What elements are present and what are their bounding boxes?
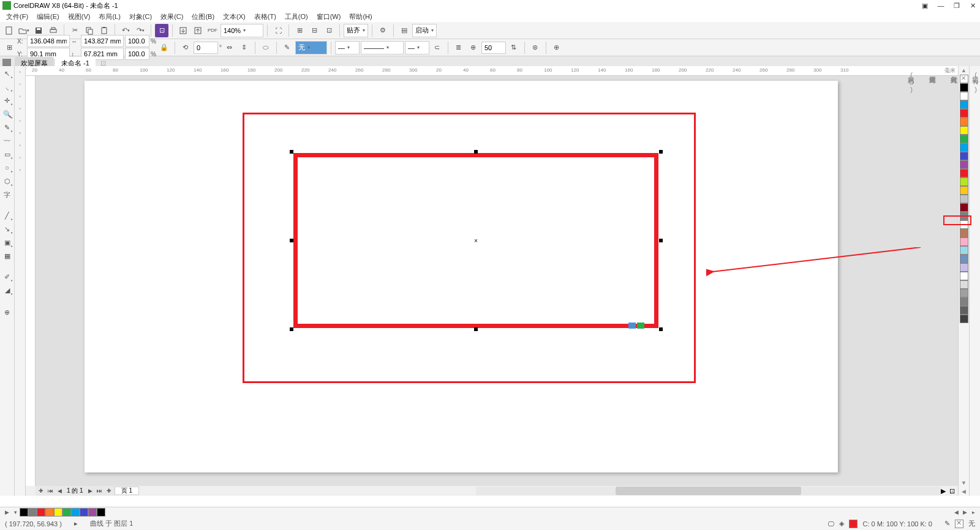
menu-tools[interactable]: 工具(O) (281, 12, 312, 21)
launch-dropdown[interactable]: 启动▾ (412, 24, 437, 37)
artistic-media-tool[interactable]: 〰 (1, 135, 13, 147)
connector-tool[interactable]: ↘▸ (1, 223, 13, 235)
horizontal-ruler[interactable]: 毫米 2040608010012014016018020022024026028… (26, 66, 958, 76)
selection-handle-ml[interactable] (290, 239, 293, 242)
transparency-tool[interactable]: ▦ (1, 250, 13, 262)
color-swatch[interactable] (960, 100, 968, 109)
overprint-button[interactable]: ⊛ (529, 41, 542, 54)
selection-handle-bc[interactable] (474, 327, 478, 331)
color-swatch[interactable] (960, 289, 968, 297)
palette-scroll-up[interactable]: ▲ (960, 66, 968, 75)
wrap-offset-icon[interactable]: ⊕ (467, 41, 480, 54)
wrap-stepper[interactable]: ⇅ (507, 41, 521, 54)
x-position-input[interactable] (27, 35, 70, 47)
start-arrow-dropdown[interactable]: —▾ (335, 41, 360, 54)
page-next-button[interactable]: ▶ (86, 487, 95, 495)
doc-palette-swatch[interactable] (37, 508, 45, 517)
doc-palette-left[interactable]: ▶ (2, 508, 11, 517)
grid-button[interactable]: ⊟ (307, 24, 321, 37)
search-icon[interactable]: ⊡ (155, 24, 168, 37)
line-style-dropdown[interactable]: ———▾ (361, 41, 404, 54)
presets-button[interactable]: ⊞ (2, 41, 16, 54)
rotate-icon[interactable]: ⟲ (179, 41, 192, 54)
menu-bitmap[interactable]: 位图(B) (188, 12, 218, 21)
selection-handle-br[interactable] (659, 327, 663, 331)
page-last-button[interactable]: ⏭ (96, 487, 104, 495)
menu-help[interactable]: 帮助(H) (345, 12, 375, 21)
flyout-8[interactable]: ◦ (16, 153, 24, 162)
color-swatch[interactable] (960, 315, 968, 323)
color-swatch[interactable] (960, 306, 968, 315)
doc-palette-scroll-right[interactable]: ▶ (960, 508, 969, 517)
flyout-7[interactable]: ◦ (16, 141, 24, 149)
export-button[interactable] (191, 24, 205, 37)
flyout-6[interactable]: ◦ (16, 129, 24, 137)
menu-effects[interactable]: 效果(C) (157, 12, 187, 21)
freehand-tool[interactable]: ✎▸ (1, 121, 13, 133)
drop-shadow-tool[interactable]: ▣▸ (1, 236, 13, 248)
doc-palette-menu[interactable]: ▾ (11, 508, 20, 517)
color-swatch[interactable] (960, 177, 968, 186)
rulers-button[interactable]: ⊞ (293, 24, 306, 37)
selection-handle-tc[interactable] (474, 150, 478, 154)
outline-indicator-icon[interactable] (637, 323, 644, 329)
page-prev-button[interactable]: ◀ (55, 487, 64, 495)
angle-input[interactable] (194, 42, 218, 54)
toolbox-expand-button[interactable]: ⊕ (1, 306, 13, 318)
rectangle-tool[interactable]: ▭▸ (1, 148, 13, 160)
color-swatch[interactable] (960, 280, 968, 289)
end-arrow-dropdown[interactable]: —▾ (405, 41, 429, 54)
fill-indicator-icon[interactable] (628, 323, 636, 329)
menu-edit[interactable]: 编辑(E) (33, 12, 63, 21)
color-swatch[interactable] (960, 203, 968, 212)
selection-handle-tr[interactable] (659, 150, 663, 154)
color-swatch[interactable] (960, 237, 968, 246)
scrollbar-thumb[interactable] (616, 487, 802, 495)
canvas[interactable]: × (36, 76, 958, 486)
scale-x-input[interactable] (125, 35, 149, 47)
menu-layout[interactable]: 布局(L) (95, 12, 124, 21)
page-add-after-button[interactable]: ✚ (105, 487, 113, 495)
horizontal-scrollbar[interactable] (476, 487, 941, 495)
color-swatch[interactable] (960, 109, 968, 118)
doc-palette-swatch[interactable] (88, 508, 97, 517)
width-input[interactable] (81, 35, 124, 47)
snap-dropdown[interactable]: 贴齐▾ (344, 24, 368, 37)
new-button[interactable] (2, 24, 16, 37)
pick-tool[interactable]: ↖▸ (1, 67, 13, 80)
scale-y-input[interactable] (125, 48, 149, 60)
polygon-tool[interactable]: ⬡▸ (1, 175, 13, 187)
menu-file[interactable]: 文件(F) (2, 12, 32, 21)
color-swatch[interactable] (960, 143, 968, 152)
color-swatch[interactable] (960, 246, 968, 255)
doc-palette-swatch[interactable] (80, 508, 88, 517)
import-button[interactable] (176, 24, 190, 37)
palette-scroll-down[interactable]: ▼ (960, 479, 968, 487)
selection-handle-mr[interactable] (659, 239, 663, 242)
color-swatch[interactable] (960, 135, 968, 143)
color-swatch[interactable] (960, 160, 968, 169)
color-swatch[interactable] (960, 186, 968, 195)
docker-object-props[interactable]: 对象属性 (928, 71, 937, 496)
mirror-h-button[interactable]: ⇔ (223, 41, 236, 54)
flyout-9[interactable]: ◦ (16, 165, 24, 174)
ellipse-tool[interactable]: ○▸ (1, 162, 13, 174)
doc-palette-swatch[interactable] (71, 508, 80, 517)
status-proof-icon[interactable]: 🖵 (827, 520, 834, 528)
scroll-right-button[interactable]: ▶ (941, 487, 949, 495)
window-restore-icon[interactable]: ❐ (952, 1, 962, 10)
doc-palette-swatch[interactable] (62, 508, 71, 517)
docker-object-styles[interactable]: 对象样式 (949, 71, 959, 496)
outline-pen-icon[interactable]: ✎ (281, 41, 294, 54)
menu-object[interactable]: 对象(C) (126, 12, 156, 21)
menu-view[interactable]: 视图(V) (64, 12, 94, 21)
quick-customize-button[interactable]: ⊕ (550, 41, 564, 54)
fullscreen-button[interactable]: ⛶ (271, 24, 285, 37)
round-corner-button[interactable]: ⬭ (259, 41, 273, 54)
crop-tool[interactable]: ✛▸ (1, 94, 13, 106)
interactive-fill-tool[interactable]: ◢▸ (1, 284, 13, 296)
status-fill-icon[interactable]: ◈ (839, 520, 844, 528)
color-swatch[interactable] (960, 297, 968, 306)
window-extra-icon[interactable]: ▣ (920, 1, 930, 10)
palette-flyout[interactable]: ◀ (960, 487, 968, 496)
